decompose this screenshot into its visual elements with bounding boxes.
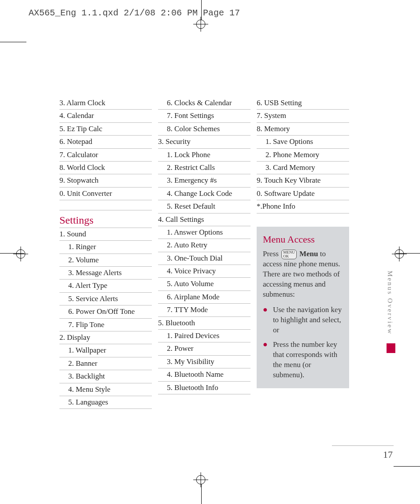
menu-item: 5. Reset Default: [158, 200, 251, 213]
menu-item: 5. Bluetooth: [158, 317, 251, 330]
print-header: AX565_Eng 1.1.qxd 2/1/08 2:06 PM Page 17: [29, 8, 240, 18]
menu-item: 1. Wallpaper: [59, 344, 152, 357]
menu-item: 8. Memory: [257, 123, 349, 136]
menu-item: 7. TTY Mode: [158, 304, 251, 316]
menu-item: 4. Alert Type: [59, 280, 152, 292]
menu-item: 3. Alarm Clock: [59, 97, 152, 110]
menu-item: 1. Lock Phone: [158, 149, 251, 162]
menu-item: 3. Card Memory: [257, 162, 349, 174]
side-section-label: Menus Overview: [386, 271, 394, 335]
menu-item: 4. Bluetooth Name: [158, 368, 251, 381]
menu-access-title: Menu Access: [263, 233, 343, 246]
menu-item: 5. Service Alerts: [59, 293, 152, 305]
bullet-dot-icon: ●: [263, 340, 268, 380]
bullet-text: Press the number key that corresponds wi…: [273, 340, 343, 380]
menu-item: *.Phone Info: [257, 200, 349, 213]
menu-item: 4. Call Settings: [158, 213, 251, 226]
menu-item: 4. Change Lock Code: [158, 188, 251, 200]
registration-mark-icon: [392, 246, 407, 261]
menu-item: 6. Notepad: [59, 136, 152, 148]
crop-mark: [0, 42, 26, 42]
menu-item: 1. Sound: [59, 228, 152, 241]
menu-item: 1. Paired Devices: [158, 330, 251, 342]
menu-access-body: Press MENUOK Menu to access nine phone m…: [263, 249, 343, 300]
menu-item: 3. Security: [158, 136, 251, 148]
menu-item: 6. Clocks & Calendar: [158, 97, 251, 110]
menu-item: 3. Message Alerts: [59, 267, 152, 280]
menu-item: 5. Languages: [59, 396, 152, 409]
menu-item: 2. Auto Retry: [158, 239, 251, 252]
menu-item: 7. Calculator: [59, 149, 152, 162]
page-rule: [332, 445, 394, 446]
registration-mark-icon: [13, 246, 28, 261]
menu-item: 8. World Clock: [59, 162, 152, 174]
registration-mark-icon: [193, 472, 208, 487]
menu-item: 0. Software Update: [257, 188, 349, 200]
menu-item: 2. Volume: [59, 254, 152, 267]
settings-heading: Settings: [59, 213, 152, 228]
menu-item: 8. Color Schemes: [158, 123, 251, 136]
column-1: 3. Alarm Clock4. Calendar5. Ez Tip Calc6…: [59, 97, 152, 409]
menu-item: 3. Emergency #s: [158, 174, 251, 187]
bullet-text: Use the navigation key to highlight and …: [273, 305, 343, 335]
side-accent-bar: [387, 343, 395, 353]
menu-item: 9. Stopwatch: [59, 174, 152, 187]
menu-item: 4. Menu Style: [59, 383, 152, 396]
registration-mark-icon: [193, 17, 208, 32]
info-bullet: ●Use the navigation key to highlight and…: [263, 305, 343, 335]
page-number: 17: [383, 449, 393, 460]
menu-item: 2. Display: [59, 331, 152, 344]
menu-item: 5. Ez Tip Calc: [59, 123, 152, 136]
menu-item: 7. Font Settings: [158, 110, 251, 122]
menu-item: 5. Bluetooth Info: [158, 382, 251, 394]
menu-access-box: Menu Access Press MENUOK Menu to access …: [257, 227, 349, 388]
menu-item: 1. Answer Options: [158, 226, 251, 239]
menu-item: 6. USB Setting: [257, 97, 349, 110]
menu-item: 2. Banner: [59, 357, 152, 370]
column-2: 6. Clocks & Calendar7. Font Settings8. C…: [158, 97, 251, 409]
info-bullet: ●Press the number key that corresponds w…: [263, 340, 343, 380]
menu-item: 4. Voice Privacy: [158, 265, 251, 278]
menu-item: 1. Ringer: [59, 241, 152, 254]
menu-item: 5. Auto Volume: [158, 278, 251, 291]
menu-item: 6. Airplane Mode: [158, 291, 251, 304]
menu-item: 0. Unit Converter: [59, 188, 152, 200]
menu-item: 7. Flip Tone: [59, 319, 152, 331]
menu-item: 6. Power On/Off Tone: [59, 305, 152, 318]
crop-mark: [394, 466, 420, 467]
bullet-dot-icon: ●: [263, 305, 268, 335]
menu-item: 4. Calendar: [59, 110, 152, 122]
menu-ok-key-icon: MENUOK: [281, 250, 297, 259]
menu-item: 2. Power: [158, 342, 251, 355]
menu-item: 7. System: [257, 110, 349, 122]
menu-item: 9. Touch Key Vibrate: [257, 174, 349, 187]
menu-item: 2. Phone Memory: [257, 149, 349, 162]
menu-item: 2. Restrict Calls: [158, 162, 251, 174]
menu-item: 3. My Visibility: [158, 356, 251, 368]
menu-item: 3. Backlight: [59, 370, 152, 383]
menu-item: 3. One-Touch Dial: [158, 252, 251, 265]
menu-item: 1. Save Options: [257, 136, 349, 148]
column-3: 6. USB Setting7. System8. Memory1. Save …: [257, 97, 349, 409]
